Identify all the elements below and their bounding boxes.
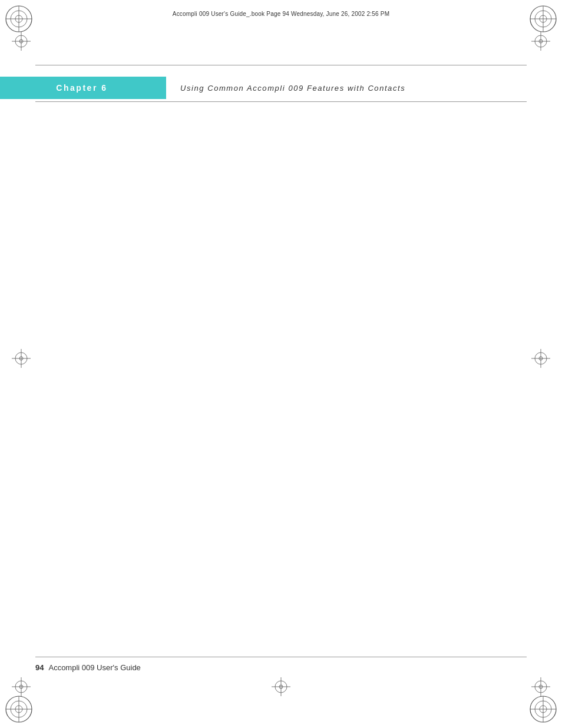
page: Accompli 009 User's Guide_.book Page 94 … <box>0 0 562 728</box>
book-title: Accompli 009 User's Guide <box>48 663 140 672</box>
chapter-label: Chapter 6 <box>0 77 166 99</box>
chapter-bar: Chapter 6 Using Common Accompli 009 Feat… <box>0 77 562 99</box>
corner-circle-tl <box>4 4 34 34</box>
header-bar: Accompli 009 User's Guide_.book Page 94 … <box>35 11 527 17</box>
footer-line <box>35 657 527 657</box>
reg-mark-mid-right <box>530 348 551 369</box>
page-number: 94 <box>35 663 44 672</box>
file-info: Accompli 009 User's Guide_.book Page 94 … <box>173 11 389 17</box>
chapter-title: Using Common Accompli 009 Features with … <box>180 84 405 93</box>
header-line-top <box>35 65 527 65</box>
corner-circle-tr <box>528 4 558 34</box>
corner-circle-br <box>528 694 558 724</box>
footer: 94 Accompli 009 User's Guide <box>35 663 141 672</box>
reg-mark-bottom-left <box>11 676 32 697</box>
reg-mark-top-left <box>11 31 32 52</box>
reg-mark-top-right <box>530 31 551 52</box>
corner-circle-bl <box>4 694 34 724</box>
reg-mark-bottom-right <box>530 676 551 697</box>
reg-mark-bottom-center <box>270 676 292 697</box>
header-line-bottom <box>35 101 527 102</box>
reg-mark-mid-left <box>11 348 32 369</box>
